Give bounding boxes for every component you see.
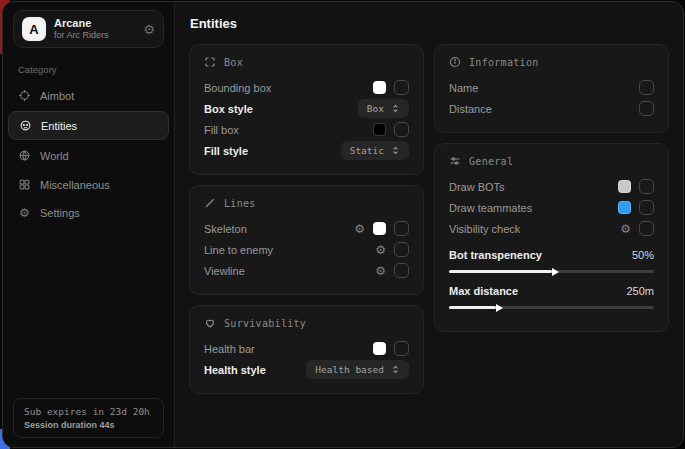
setting-row-box-style: Box style Box xyxy=(204,98,409,119)
sliders-icon xyxy=(449,155,461,167)
setting-row-fill-box: Fill box xyxy=(204,119,409,140)
health-style-dropdown[interactable]: Health based xyxy=(306,360,409,379)
category-label: Category xyxy=(18,64,174,75)
setting-row-draw-teammates: Draw teammates xyxy=(449,197,654,218)
slider-fill xyxy=(449,270,552,273)
crosshair-icon xyxy=(18,89,31,102)
setting-label: Skeleton xyxy=(204,223,247,235)
session-duration-text: Session duration 44s xyxy=(24,420,153,430)
setting-label: Name xyxy=(449,82,478,94)
right-column: Information Name Distance xyxy=(434,44,669,342)
sidebar: A Arcane for Arc Riders ⚙ Category Aimbo… xyxy=(3,2,175,447)
gear-icon[interactable]: ⚙ xyxy=(354,223,365,235)
gear-icon: ⚙ xyxy=(18,207,31,219)
setting-row-draw-bots: Draw BOTs xyxy=(449,176,654,197)
slider-thumb[interactable] xyxy=(552,268,559,276)
setting-label: Fill box xyxy=(204,124,239,136)
section-title: Information xyxy=(469,57,539,68)
max-distance-slider: Max distance 250m xyxy=(449,282,654,309)
dropdown-value: Health based xyxy=(315,364,384,375)
setting-row-line-to-enemy: Line to enemy ⚙ xyxy=(204,239,409,260)
sidebar-item-entities[interactable]: Entities xyxy=(8,111,169,140)
avatar: A xyxy=(22,17,46,41)
chevron-up-down-icon xyxy=(391,146,400,155)
gear-icon[interactable]: ⚙ xyxy=(143,23,155,36)
setting-label: Visibility check xyxy=(449,223,520,235)
slider-value: 250m xyxy=(626,285,654,297)
sidebar-item-label: Miscellaneous xyxy=(40,179,110,191)
gear-icon[interactable]: ⚙ xyxy=(375,244,386,256)
gear-icon[interactable]: ⚙ xyxy=(620,223,631,235)
sidebar-nav: Aimbot Entities World Miscellaneous ⚙ Se… xyxy=(3,81,174,227)
color-swatch[interactable] xyxy=(373,81,386,94)
slider-thumb[interactable] xyxy=(496,304,503,312)
setting-row-viewline: Viewline ⚙ xyxy=(204,260,409,281)
checkbox[interactable] xyxy=(639,200,654,215)
color-swatch[interactable] xyxy=(373,342,386,355)
setting-row-bounding-box: Bounding box xyxy=(204,77,409,98)
chevron-up-down-icon xyxy=(391,365,400,374)
dropdown-value: Static xyxy=(350,145,384,156)
checkbox[interactable] xyxy=(639,80,654,95)
sidebar-item-label: Settings xyxy=(40,207,80,219)
main-panel: Entities Box Bounding box xyxy=(175,2,683,447)
lines-section-header: Lines xyxy=(204,197,409,209)
setting-label: Bounding box xyxy=(204,82,271,94)
bot-transparency-slider: Bot transpenency 50% xyxy=(449,246,654,273)
setting-row-visibility-check: Visibility check ⚙ xyxy=(449,218,654,239)
chevron-up-down-icon xyxy=(391,104,400,113)
setting-row-distance: Distance xyxy=(449,98,654,119)
setting-label: Health style xyxy=(204,364,266,376)
setting-label: Viewline xyxy=(204,265,245,277)
heart-icon xyxy=(204,317,216,329)
slider-fill xyxy=(449,306,496,309)
section-title: General xyxy=(469,156,513,167)
slider-label: Max distance xyxy=(449,285,518,297)
checkbox[interactable] xyxy=(639,101,654,116)
fill-style-dropdown[interactable]: Static xyxy=(341,141,409,160)
slider-track[interactable] xyxy=(449,306,654,309)
checkbox[interactable] xyxy=(639,221,654,236)
sidebar-item-miscellaneous[interactable]: Miscellaneous xyxy=(3,170,174,199)
information-section: Information Name Distance xyxy=(434,44,669,133)
sidebar-item-label: Aimbot xyxy=(40,90,74,102)
checkbox[interactable] xyxy=(394,242,409,257)
information-section-header: Information xyxy=(449,56,654,68)
entities-icon xyxy=(19,119,32,132)
section-title: Survivability xyxy=(224,318,306,329)
color-swatch[interactable] xyxy=(618,201,631,214)
page-title: Entities xyxy=(190,16,669,31)
sidebar-item-aimbot[interactable]: Aimbot xyxy=(3,81,174,110)
checkbox[interactable] xyxy=(394,263,409,278)
box-style-dropdown[interactable]: Box xyxy=(358,99,409,118)
brand-card: A Arcane for Arc Riders ⚙ xyxy=(13,10,164,48)
info-icon xyxy=(449,56,461,68)
desktop: A Arcane for Arc Riders ⚙ Category Aimbo… xyxy=(0,0,685,449)
box-icon xyxy=(204,56,216,68)
dropdown-value: Box xyxy=(367,103,384,114)
lines-section: Lines Skeleton ⚙ Line to enemy xyxy=(189,185,424,295)
sub-expiry-text: Sub expires in 23d 20h xyxy=(24,406,153,417)
setting-label: Draw BOTs xyxy=(449,181,505,193)
setting-row-health-bar: Health bar xyxy=(204,338,409,359)
color-swatch[interactable] xyxy=(373,222,386,235)
checkbox[interactable] xyxy=(639,179,654,194)
setting-row-health-style: Health style Health based xyxy=(204,359,409,380)
slider-track[interactable] xyxy=(449,270,654,273)
setting-label: Box style xyxy=(204,103,253,115)
line-icon xyxy=(204,197,216,209)
sidebar-item-settings[interactable]: ⚙ Settings xyxy=(3,199,174,227)
subscription-info-card: Sub expires in 23d 20h Session duration … xyxy=(13,398,164,438)
setting-label: Health bar xyxy=(204,343,255,355)
color-swatch[interactable] xyxy=(373,123,386,136)
color-swatch[interactable] xyxy=(618,180,631,193)
checkbox[interactable] xyxy=(394,80,409,95)
checkbox[interactable] xyxy=(394,122,409,137)
slider-label: Bot transpenency xyxy=(449,249,542,261)
sidebar-item-label: World xyxy=(40,150,69,162)
checkbox[interactable] xyxy=(394,341,409,356)
setting-label: Draw teammates xyxy=(449,202,532,214)
checkbox[interactable] xyxy=(394,221,409,236)
gear-icon[interactable]: ⚙ xyxy=(375,265,386,277)
sidebar-item-world[interactable]: World xyxy=(3,141,174,170)
